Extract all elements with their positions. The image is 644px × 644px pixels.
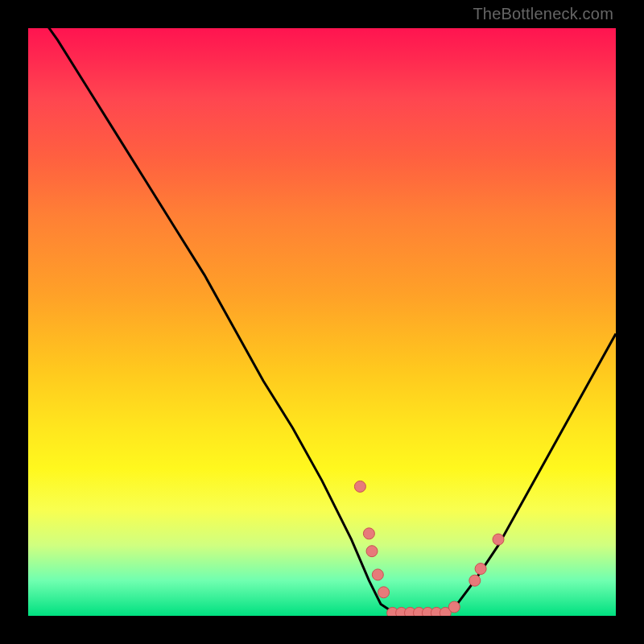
- curve-marker: [366, 546, 378, 557]
- curve-marker: [354, 481, 365, 492]
- curve-marker: [363, 528, 374, 539]
- bottleneck-curve-line: [28, 28, 616, 616]
- chart-svg: [28, 28, 616, 616]
- curve-marker: [372, 569, 383, 580]
- curve-marker: [469, 575, 481, 586]
- attribution-text: TheBottleneck.com: [473, 5, 613, 23]
- curve-marker: [448, 601, 460, 613]
- curve-marker: [378, 587, 390, 598]
- curve-marker: [475, 564, 486, 575]
- chart-plot-area: [28, 28, 616, 616]
- curve-marker: [493, 534, 504, 545]
